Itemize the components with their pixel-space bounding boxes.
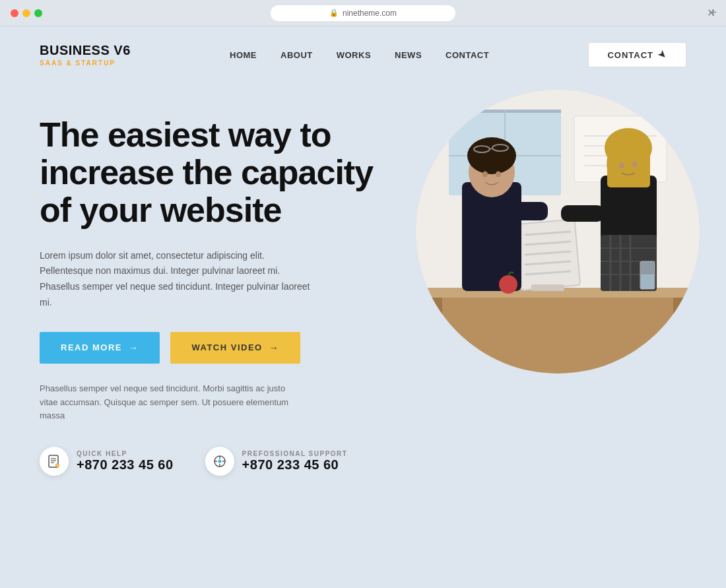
svg-point-61 <box>499 275 517 294</box>
navbar: BUSINESS V6 SAAS & STARTUP HOME ABOUT WO… <box>0 26 726 83</box>
svg-line-42 <box>490 148 492 149</box>
svg-rect-37 <box>508 202 548 220</box>
quick-help-contact: QUICK HELP +870 233 45 60 <box>40 447 174 476</box>
maximize-button[interactable] <box>34 9 42 17</box>
phone-book-icon <box>40 447 69 476</box>
svg-point-44 <box>496 172 501 178</box>
nav-item-contact[interactable]: CONTACT <box>446 50 489 60</box>
svg-rect-27 <box>429 298 442 374</box>
send-icon: ➤ <box>656 48 670 62</box>
hero-image <box>416 90 700 374</box>
svg-rect-56 <box>607 148 650 187</box>
svg-rect-28 <box>673 298 686 374</box>
svg-rect-53 <box>561 205 604 222</box>
url-text: ninetheme.com <box>343 9 397 18</box>
svg-point-39 <box>467 137 516 174</box>
contact-button[interactable]: CONTACT ➤ <box>588 42 686 67</box>
svg-point-12 <box>218 460 221 463</box>
hero-description: Lorem ipsum dolor sit amet, consectetur … <box>40 248 317 311</box>
traffic-lights <box>0 9 42 17</box>
hero-buttons: READ MORE → WATCH VIDEO → <box>40 332 383 364</box>
hero-contacts: QUICK HELP +870 233 45 60 <box>40 447 383 476</box>
logo-subtitle: SAAS & STARTUP <box>40 59 131 67</box>
svg-point-57 <box>619 163 624 169</box>
lock-icon: 🔒 <box>329 9 339 17</box>
professional-support-info: PREFOSSIONAL SUPPORT +870 233 45 60 <box>242 450 348 473</box>
svg-rect-26 <box>416 298 700 374</box>
address-bar[interactable]: 🔒 ninetheme.com <box>271 5 455 21</box>
svg-rect-36 <box>462 182 521 291</box>
svg-point-58 <box>632 162 638 168</box>
nav-item-works[interactable]: WORKS <box>337 50 371 60</box>
nav-item-news[interactable]: NEWS <box>395 50 422 60</box>
professional-support-contact: PREFOSSIONAL SUPPORT +870 233 45 60 <box>205 447 348 476</box>
close-button[interactable] <box>11 9 18 17</box>
arrow-right-icon-2: → <box>269 343 280 353</box>
read-more-button[interactable]: READ MORE → <box>40 332 160 364</box>
quick-help-phone: +870 233 45 60 <box>77 457 174 473</box>
website-content: BUSINESS V6 SAAS & STARTUP HOME ABOUT WO… <box>0 26 726 588</box>
logo-title: BUSINESS V6 <box>40 43 131 58</box>
logo: BUSINESS V6 SAAS & STARTUP <box>40 43 131 67</box>
professional-support-phone: +870 233 45 60 <box>242 457 348 473</box>
professional-support-label: PREFOSSIONAL SUPPORT <box>242 450 348 457</box>
hero-left: The easiest way to increase the capacity… <box>40 96 383 476</box>
svg-rect-60 <box>641 275 654 289</box>
quick-help-info: QUICK HELP +870 233 45 60 <box>77 450 174 473</box>
nav-item-about[interactable]: ABOUT <box>280 50 313 60</box>
hero-heading: The easiest way to increase the capacity… <box>40 116 383 230</box>
hero-section: The easiest way to increase the capacity… <box>0 83 726 588</box>
new-tab-button[interactable]: + <box>700 0 726 26</box>
nav-links: HOME ABOUT WORKS NEWS CONTACT <box>230 50 489 60</box>
hero-note: Phasellus semper vel neque sed tincidunt… <box>40 382 304 423</box>
arrow-right-icon: → <box>129 343 139 353</box>
nav-item-home[interactable]: HOME <box>230 50 257 60</box>
minimize-button[interactable] <box>22 9 30 17</box>
needle-icon <box>205 447 234 476</box>
window-chrome: 🔒 ninetheme.com ✕ + <box>0 0 726 26</box>
quick-help-label: QUICK HELP <box>77 450 174 457</box>
watch-video-button[interactable]: WATCH VIDEO → <box>170 332 300 364</box>
svg-point-43 <box>482 172 488 178</box>
svg-rect-35 <box>531 284 564 291</box>
